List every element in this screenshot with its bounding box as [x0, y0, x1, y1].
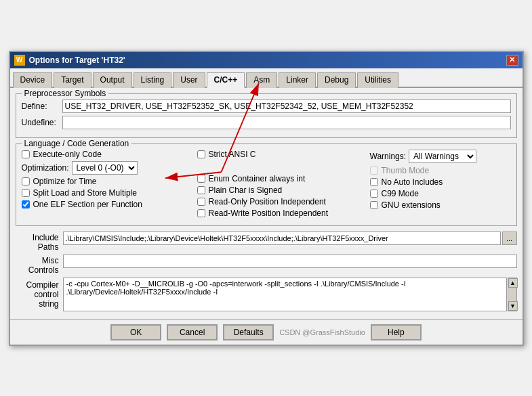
misc-controls-label: MiscControls: [16, 255, 63, 275]
execute-only-checkbox[interactable]: [22, 150, 30, 158]
col2: Strict ANSI C Enum Container always int …: [195, 150, 367, 220]
one-elf-checkbox[interactable]: [22, 200, 30, 208]
no-auto-includes-row: No Auto Includes: [370, 177, 511, 187]
close-button[interactable]: ✕: [506, 55, 518, 66]
tab-bar: Device Target Output Listing User C/C++ …: [10, 68, 523, 88]
ok-button[interactable]: OK: [110, 324, 161, 340]
col3: Warnings: All Warnings Thumb Mode No Aut…: [367, 150, 511, 220]
include-paths-row: IncludePaths ...: [16, 232, 517, 252]
c99-mode-label: C99 Mode: [382, 189, 419, 198]
tab-listing[interactable]: Listing: [134, 72, 172, 88]
optimization-row: Optimization: Level 0 (-O0): [22, 161, 195, 175]
execute-only-label: Execute-only Code: [33, 150, 102, 159]
tab-cpp[interactable]: C/C++: [207, 72, 245, 88]
enum-container-row: Enum Container always int: [197, 174, 367, 183]
language-group: Language / Code Generation Execute-only …: [16, 144, 517, 226]
gnu-extensions-checkbox[interactable]: [370, 201, 378, 209]
defaults-button[interactable]: Defaults: [223, 324, 274, 340]
plain-char-row: Plain Char is Signed: [197, 185, 367, 195]
undefine-input[interactable]: [62, 116, 511, 129]
split-load-label: Split Load and Store Multiple: [33, 188, 137, 198]
define-label: Define:: [22, 102, 62, 111]
bottom-buttons: OK Cancel Defaults CSDN @GrassFishStudio…: [10, 320, 523, 345]
tab-user[interactable]: User: [173, 72, 205, 88]
execute-only-row: Execute-only Code: [22, 150, 195, 159]
no-auto-includes-label: No Auto Includes: [382, 177, 443, 187]
plain-char-checkbox[interactable]: [197, 186, 205, 194]
cancel-button[interactable]: Cancel: [167, 324, 218, 340]
split-load-checkbox[interactable]: [22, 189, 30, 197]
include-paths-input[interactable]: [63, 232, 501, 245]
tab-target[interactable]: Target: [54, 72, 91, 88]
undefine-label: Undefine:: [22, 118, 62, 127]
compiler-scroll-up[interactable]: ▲: [508, 278, 518, 288]
language-label: Language / Code Generation: [22, 139, 132, 148]
strict-ansi-label: Strict ANSI C: [209, 150, 256, 159]
compiler-scroll-down[interactable]: ▼: [508, 301, 518, 311]
tab-content: Preprocessor Symbols Define: Undefine: L…: [10, 88, 523, 320]
enum-container-checkbox[interactable]: [197, 175, 205, 183]
optimization-select[interactable]: Level 0 (-O0): [72, 161, 138, 175]
preprocessor-label: Preprocessor Symbols: [22, 89, 109, 98]
compiler-scroll-track[interactable]: [508, 288, 516, 301]
define-input[interactable]: [62, 100, 511, 113]
warnings-select[interactable]: All Warnings: [409, 150, 476, 163]
warnings-label: Warnings:: [370, 152, 407, 161]
title-bar: W Options for Target 'HT32' ✕: [10, 52, 523, 68]
read-only-label: Read-Only Position Independent: [209, 197, 326, 206]
warnings-row: Warnings: All Warnings: [370, 150, 511, 163]
c99-mode-row: C99 Mode: [370, 189, 511, 198]
tab-asm[interactable]: Asm: [246, 72, 277, 88]
no-auto-includes-checkbox[interactable]: [370, 178, 378, 186]
tab-debug[interactable]: Debug: [317, 72, 356, 88]
plain-char-label: Plain Char is Signed: [209, 185, 283, 195]
tab-device[interactable]: Device: [13, 72, 53, 88]
watermark: CSDN @GrassFishStudio: [279, 324, 365, 340]
app-icon: W: [14, 55, 25, 66]
optimization-label: Optimization:: [22, 163, 69, 173]
misc-controls-row: MiscControls: [16, 255, 517, 275]
thumb-mode-label: Thumb Mode: [382, 166, 430, 175]
col1: Execute-only Code Optimization: Level 0 …: [22, 150, 195, 220]
one-elf-row: One ELF Section per Function: [22, 200, 195, 209]
strict-ansi-row: Strict ANSI C: [197, 150, 367, 159]
dialog: W Options for Target 'HT32' ✕ Device Tar…: [9, 51, 524, 346]
include-paths-label: IncludePaths: [16, 232, 63, 252]
compiler-control-label: Compilercontrolstring: [16, 278, 63, 309]
tab-output[interactable]: Output: [93, 72, 132, 88]
read-only-checkbox[interactable]: [197, 198, 205, 206]
read-only-row: Read-Only Position Independent: [197, 197, 367, 206]
dialog-title: Options for Target 'HT32': [29, 56, 125, 65]
enum-container-label: Enum Container always int: [209, 174, 306, 183]
compiler-control-row: Compilercontrolstring -c -cpu Cortex-M0+…: [16, 278, 517, 311]
thumb-mode-row: Thumb Mode: [370, 166, 511, 175]
title-bar-left: W Options for Target 'HT32': [14, 55, 125, 66]
tab-utilities[interactable]: Utilities: [357, 72, 398, 88]
read-write-checkbox[interactable]: [197, 209, 205, 217]
optimize-time-label: Optimize for Time: [33, 177, 97, 186]
help-button[interactable]: Help: [371, 324, 422, 340]
read-write-row: Read-Write Position Independent: [197, 208, 367, 218]
one-elf-label: One ELF Section per Function: [33, 200, 142, 209]
compiler-control-text: -c -cpu Cortex-M0+ -D__MICROLIB -g -O0 -…: [63, 278, 507, 311]
misc-controls-input[interactable]: [63, 255, 517, 268]
read-write-label: Read-Write Position Independent: [209, 208, 329, 218]
optimize-time-checkbox[interactable]: [22, 177, 30, 185]
define-row: Define:: [22, 100, 511, 113]
strict-ansi-checkbox[interactable]: [197, 150, 205, 158]
tab-linker[interactable]: Linker: [279, 72, 316, 88]
optimize-time-row: Optimize for Time: [22, 177, 195, 186]
c99-mode-checkbox[interactable]: [370, 190, 378, 198]
gnu-extensions-label: GNU extensions: [382, 200, 441, 210]
split-load-row: Split Load and Store Multiple: [22, 188, 195, 198]
gnu-extensions-row: GNU extensions: [370, 200, 511, 210]
include-paths-browse[interactable]: ...: [502, 232, 517, 245]
undefine-row: Undefine:: [22, 116, 511, 129]
thumb-mode-checkbox[interactable]: [370, 167, 378, 175]
preprocessor-group: Preprocessor Symbols Define: Undefine:: [16, 93, 517, 138]
